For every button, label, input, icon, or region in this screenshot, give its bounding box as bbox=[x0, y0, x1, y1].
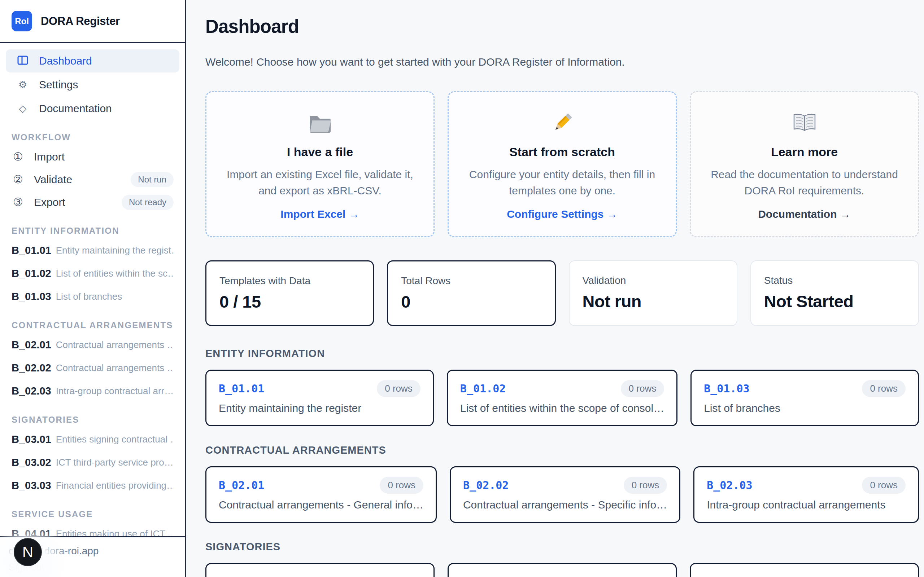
workflow-label: Validate bbox=[34, 174, 72, 186]
sidebar-item-settings[interactable]: ⚙ Settings bbox=[6, 73, 179, 96]
sidebar-footer: demo@dora-roi.app Sign out N bbox=[0, 536, 185, 577]
sidebar-item-export[interactable]: ③ Export Not ready bbox=[11, 191, 174, 213]
sidebar-header: RoI DORA Register bbox=[0, 0, 185, 43]
nextjs-dev-badge[interactable]: N bbox=[14, 538, 42, 566]
template-code: B_02.03 bbox=[11, 385, 51, 397]
template-desc: Financial entities providing… bbox=[56, 480, 174, 491]
import-file-card[interactable]: I have a file Import an existing Excel f… bbox=[205, 91, 435, 237]
sidebar-item-b0201[interactable]: B_02.01 Contractual arrangements … bbox=[11, 333, 174, 356]
template-desc: Entity maintaining the regist… bbox=[56, 245, 174, 256]
template-desc: Entity maintaining the register bbox=[219, 402, 420, 414]
template-desc: Contractual arrangements - Specific info… bbox=[463, 499, 667, 511]
documentation-link[interactable]: Documentation → bbox=[705, 208, 903, 220]
template-card-b0103[interactable]: B_01.03 0 rows List of branches bbox=[690, 370, 919, 426]
diamond-icon: ◇ bbox=[16, 104, 29, 114]
workflow-label: Import bbox=[34, 151, 65, 163]
row-count-badge: 0 rows bbox=[862, 380, 906, 397]
template-code: B_03.02 bbox=[11, 456, 51, 469]
template-code: B_01.02 bbox=[11, 268, 51, 279]
template-desc: Contractual arrangements … bbox=[56, 363, 174, 374]
row-count-badge: 0 rows bbox=[862, 477, 906, 494]
template-card-b0102[interactable]: B_01.02 0 rows List of entities within t… bbox=[447, 370, 677, 426]
learn-more-card[interactable]: Learn more Read the documentation to und… bbox=[690, 91, 919, 237]
card-body: Read the documentation to understand DOR… bbox=[705, 166, 903, 199]
workflow-label: Export bbox=[34, 196, 65, 208]
sidebar-item-label: Dashboard bbox=[39, 55, 92, 67]
template-code: B_03.03 bbox=[11, 480, 51, 492]
sidebar-sections: WORKFLOW ① Import ② Validate Not run ③ E… bbox=[0, 132, 185, 545]
sidebar-item-b0102[interactable]: B_01.02 List of entities within the sc… bbox=[11, 262, 174, 285]
card-body: Configure your entity details, then fill… bbox=[463, 166, 661, 199]
sidebar-item-label: Documentation bbox=[39, 102, 112, 115]
step-1-icon: ① bbox=[11, 150, 24, 163]
template-code: B_01.01 bbox=[219, 382, 264, 395]
template-code: B_01.03 bbox=[704, 382, 749, 395]
sidebar-item-b0303[interactable]: B_03.03 Financial entities providing… bbox=[11, 474, 174, 497]
configure-settings-link[interactable]: Configure Settings → bbox=[463, 208, 661, 220]
template-card-grid: B_02.01 0 rows Contractual arrangements … bbox=[205, 466, 919, 523]
stat-label: Templates with Data bbox=[220, 275, 360, 287]
section-label-signatories: SIGNATORIES bbox=[11, 415, 174, 425]
sidebar-item-dashboard[interactable]: Dashboard bbox=[6, 49, 179, 73]
template-card-b0302[interactable] bbox=[447, 563, 677, 577]
sidebar-item-documentation[interactable]: ◇ Documentation bbox=[6, 97, 179, 120]
row-count-badge: 0 rows bbox=[377, 380, 420, 397]
sidebar-item-b0203[interactable]: B_02.03 Intra-group contractual arr… bbox=[11, 379, 174, 403]
template-desc: List of branches bbox=[704, 402, 906, 414]
template-code: B_03.01 bbox=[11, 434, 51, 445]
sidebar-item-b0202[interactable]: B_02.02 Contractual arrangements … bbox=[11, 356, 174, 379]
template-desc: Intra-group contractual arr… bbox=[56, 385, 174, 397]
template-desc: Contractual arrangements - General info… bbox=[219, 499, 423, 511]
page-title: Dashboard bbox=[205, 16, 919, 37]
template-card-b0202[interactable]: B_02.02 0 rows Contractual arrangements … bbox=[450, 466, 680, 523]
template-desc: List of entities within the sc… bbox=[56, 268, 174, 279]
main-content: Dashboard Welcome! Choose how you want t… bbox=[186, 0, 924, 577]
sidebar-item-label: Settings bbox=[39, 79, 78, 91]
stat-validation: Validation Not run bbox=[569, 260, 737, 326]
template-desc: Intra-group contractual arrangements bbox=[707, 499, 906, 511]
template-card-b0101[interactable]: B_01.01 0 rows Entity maintaining the re… bbox=[205, 370, 434, 426]
start-from-scratch-card[interactable]: Start from scratch Configure your entity… bbox=[447, 91, 677, 237]
welcome-text: Welcome! Choose how you want to get star… bbox=[205, 56, 919, 68]
template-code: B_02.01 bbox=[219, 479, 264, 492]
sidebar-item-b0103[interactable]: B_01.03 List of branches bbox=[11, 285, 174, 308]
stat-value: 0 bbox=[401, 292, 541, 311]
template-card-b0203[interactable]: B_02.03 0 rows Intra-group contractual a… bbox=[693, 466, 919, 523]
stat-status: Status Not Started bbox=[750, 260, 919, 326]
template-desc: ICT third-party service pro… bbox=[56, 457, 174, 468]
sidebar-item-import[interactable]: ① Import bbox=[11, 145, 174, 168]
card-title: Learn more bbox=[705, 145, 903, 159]
template-card-b0301[interactable] bbox=[205, 563, 435, 577]
template-desc: Entities signing contractual … bbox=[56, 434, 174, 445]
template-code: B_01.02 bbox=[460, 382, 506, 395]
section-label-service-usage: SERVICE USAGE bbox=[11, 509, 174, 519]
app-title: DORA Register bbox=[41, 15, 120, 28]
card-title: I have a file bbox=[221, 145, 419, 159]
card-title: Start from scratch bbox=[463, 145, 661, 159]
template-card-b0303[interactable] bbox=[690, 563, 919, 577]
template-code: B_01.01 bbox=[11, 245, 51, 256]
folder-icon bbox=[221, 109, 419, 137]
template-card-b0201[interactable]: B_02.01 0 rows Contractual arrangements … bbox=[205, 466, 437, 523]
gear-icon: ⚙ bbox=[16, 80, 29, 90]
stat-value: 0 / 15 bbox=[220, 292, 360, 311]
sidebar-item-b0101[interactable]: B_01.01 Entity maintaining the regist… bbox=[11, 239, 174, 262]
template-desc: Contractual arrangements … bbox=[56, 339, 174, 351]
sidebar-item-validate[interactable]: ② Validate Not run bbox=[11, 168, 174, 191]
template-code: B_02.02 bbox=[11, 362, 51, 374]
template-code: B_02.02 bbox=[463, 479, 509, 492]
action-card-grid: I have a file Import an existing Excel f… bbox=[205, 91, 919, 237]
dashboard-icon bbox=[16, 56, 29, 67]
section-heading-entity-information: ENTITY INFORMATION bbox=[205, 348, 919, 359]
stat-total-rows: Total Rows 0 bbox=[387, 260, 556, 326]
card-body: Import an existing Excel file, validate … bbox=[221, 166, 419, 199]
status-badge: Not ready bbox=[122, 195, 174, 210]
book-icon bbox=[705, 109, 903, 137]
stat-label: Status bbox=[764, 275, 905, 286]
sidebar: RoI DORA Register Dashboard ⚙ Settings ◇… bbox=[0, 0, 186, 577]
sidebar-item-b0302[interactable]: B_03.02 ICT third-party service pro… bbox=[11, 451, 174, 474]
import-excel-link[interactable]: Import Excel → bbox=[221, 208, 419, 220]
row-count-badge: 0 rows bbox=[624, 477, 667, 494]
section-label-workflow: WORKFLOW bbox=[11, 132, 174, 142]
sidebar-item-b0301[interactable]: B_03.01 Entities signing contractual … bbox=[11, 428, 174, 451]
